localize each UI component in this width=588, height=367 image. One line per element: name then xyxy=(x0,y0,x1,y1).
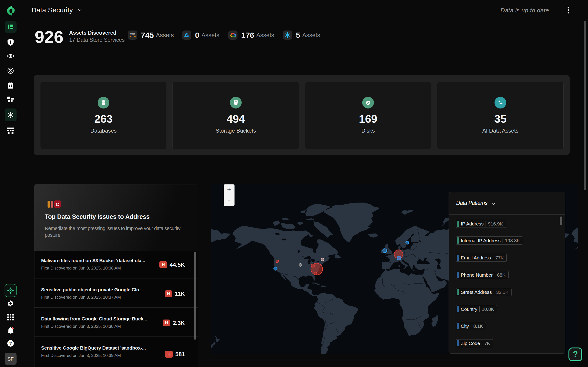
svg-text:?: ? xyxy=(9,341,12,346)
svg-text:aws: aws xyxy=(130,32,136,36)
svg-text:C: C xyxy=(56,202,59,207)
